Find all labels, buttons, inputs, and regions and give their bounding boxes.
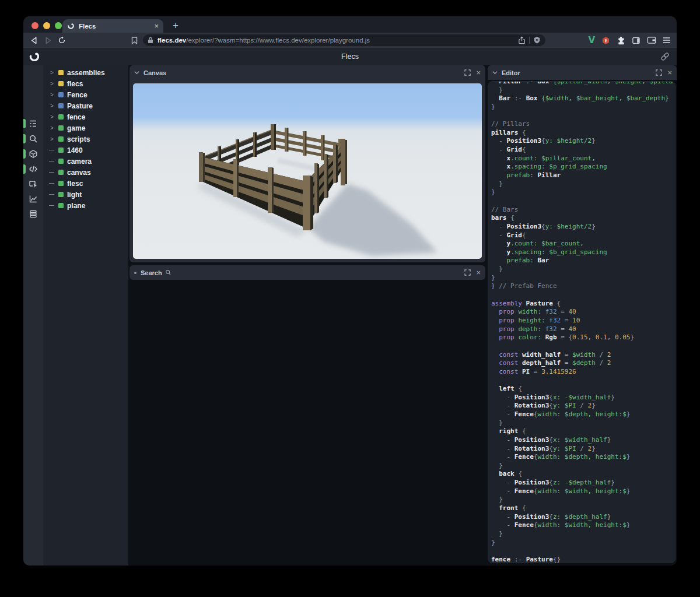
- code-line[interactable]: right {: [491, 427, 675, 436]
- code-line[interactable]: }: [491, 539, 675, 547]
- code-line[interactable]: prop width: f32 = 40: [491, 308, 675, 317]
- tree-item-light[interactable]: light: [43, 189, 128, 200]
- wallet-icon[interactable]: [647, 36, 656, 44]
- expand-arrow-icon[interactable]: >: [49, 136, 55, 142]
- expand-arrow-icon[interactable]: >: [49, 125, 55, 131]
- code-line[interactable]: } // Prefab Fence: [491, 282, 675, 291]
- tree-item-assemblies[interactable]: >assemblies: [43, 67, 128, 78]
- code-line[interactable]: x.count: $pillar_count,: [491, 154, 675, 163]
- search-pane-icon[interactable]: [23, 132, 43, 146]
- chevron-down-icon[interactable]: [492, 71, 498, 75]
- code-line[interactable]: }: [491, 86, 675, 95]
- back-icon[interactable]: [27, 35, 41, 45]
- code-pane-icon[interactable]: [23, 162, 43, 176]
- tree-item-flesc[interactable]: flesc: [43, 178, 128, 189]
- expand-arrow-icon[interactable]: >: [49, 80, 55, 87]
- menu-icon[interactable]: [663, 37, 671, 44]
- expand-arrow-icon[interactable]: >: [49, 92, 55, 98]
- minimize-window-button[interactable]: [43, 22, 50, 29]
- 3d-canvas[interactable]: [133, 83, 482, 259]
- code-line[interactable]: - Fence{width: $depth, height:$}: [491, 453, 675, 462]
- code-line[interactable]: }: [491, 103, 675, 112]
- code-line[interactable]: left {: [491, 385, 675, 394]
- code-line[interactable]: [491, 342, 675, 351]
- bookmark-icon[interactable]: [127, 35, 141, 45]
- code-line[interactable]: - Position3{x: $width_half}: [491, 436, 675, 445]
- code-line[interactable]: [491, 197, 675, 206]
- forward-icon[interactable]: [41, 35, 55, 45]
- code-line[interactable]: prop height: f32 = 10: [491, 317, 675, 325]
- code-line[interactable]: front {: [491, 504, 675, 513]
- tree-item-Fence[interactable]: >Fence: [43, 89, 128, 100]
- code-line[interactable]: y.spacing: $b_grid_spacing: [491, 248, 675, 257]
- code-line[interactable]: - Rotation3{y: $PI / 2}: [491, 402, 675, 410]
- code-line[interactable]: }: [491, 188, 675, 197]
- close-icon[interactable]: ×: [667, 69, 672, 76]
- code-line[interactable]: - Position3{z: $depth_half}: [491, 513, 675, 522]
- code-line[interactable]: const PI = 3.1415926: [491, 368, 675, 377]
- code-line[interactable]: x.spacing: $p_grid_spacing: [491, 163, 675, 171]
- browser-tab[interactable]: Flecs ×: [62, 19, 163, 33]
- code-line[interactable]: }: [491, 496, 675, 504]
- code-line[interactable]: [491, 376, 675, 385]
- code-line[interactable]: const width_half = $width / 2: [491, 351, 675, 360]
- expand-arrow-icon[interactable]: >: [49, 103, 55, 109]
- code-line[interactable]: back {: [491, 470, 675, 479]
- code-line[interactable]: }: [491, 462, 675, 470]
- fullscreen-icon[interactable]: [464, 269, 471, 276]
- url-bar[interactable]: flecs.dev /explorer/?wasm=https://www.fl…: [143, 34, 545, 46]
- code-line[interactable]: Bar :- Box {$width, $bar_height, $bar_de…: [491, 94, 675, 103]
- code-line[interactable]: Pillar :- Box {$pillar_width, $height, $…: [491, 81, 675, 86]
- tree-item-1460[interactable]: 1460: [43, 145, 128, 156]
- sidebar-icon[interactable]: [632, 36, 640, 45]
- code-line[interactable]: prefab: Pillar: [491, 171, 675, 180]
- code-line[interactable]: // Bars: [491, 206, 675, 215]
- code-line[interactable]: }: [491, 180, 675, 189]
- code-editor[interactable]: Pillar :- Box {$pillar_width, $height, $…: [488, 81, 676, 563]
- editor-panel-header[interactable]: Editor ×: [488, 65, 677, 80]
- code-line[interactable]: - Position3{z: -$depth_half}: [491, 479, 675, 487]
- logs-pane-icon[interactable]: [23, 207, 43, 221]
- code-line[interactable]: - Fence{width: $depth, height:$}: [491, 410, 675, 419]
- canvas-panel-header[interactable]: Canvas ×: [130, 65, 485, 80]
- tree-pane-icon[interactable]: [23, 117, 43, 131]
- code-line[interactable]: - Rotation3{y: $PI / 2}: [491, 445, 675, 454]
- code-line[interactable]: }: [491, 265, 675, 274]
- code-line[interactable]: assembly Pasture {: [491, 300, 675, 308]
- code-line[interactable]: - Position3{y: $height/2}: [491, 223, 675, 231]
- adblock-icon[interactable]: [601, 36, 610, 45]
- new-tab-button[interactable]: +: [169, 19, 183, 33]
- tree-item-scripts[interactable]: >scripts: [43, 134, 128, 145]
- tree-item-Pasture[interactable]: >Pasture: [43, 100, 128, 111]
- expand-arrow-icon[interactable]: >: [49, 69, 55, 76]
- code-line[interactable]: prop depth: f32 = 40: [491, 325, 675, 334]
- vue-devtools-icon[interactable]: V: [588, 35, 595, 45]
- share-icon[interactable]: [518, 36, 526, 44]
- code-line[interactable]: // Pillars: [491, 120, 675, 129]
- code-line[interactable]: const depth_half = $depth / 2: [491, 359, 675, 368]
- tree-item-fence[interactable]: >fence: [43, 111, 128, 122]
- code-line[interactable]: prop color: Rgb = {0.15, 0.1, 0.05}: [491, 333, 675, 342]
- reload-icon[interactable]: [55, 35, 69, 45]
- brave-shield-icon[interactable]: [533, 36, 541, 44]
- code-line[interactable]: [491, 112, 675, 121]
- stats-pane-icon[interactable]: [23, 192, 43, 206]
- fullscreen-icon[interactable]: [656, 69, 662, 76]
- code-line[interactable]: [491, 547, 675, 556]
- code-line[interactable]: - Grid{: [491, 146, 675, 154]
- expand-arrow-icon[interactable]: >: [49, 114, 55, 120]
- close-icon[interactable]: ×: [476, 269, 481, 276]
- code-line[interactable]: - Position3{x: -$width_half}: [491, 394, 675, 402]
- chevron-down-icon[interactable]: [134, 71, 139, 75]
- maximize-window-button[interactable]: [55, 22, 62, 29]
- entities-pane-icon[interactable]: [23, 147, 43, 161]
- tree-item-camera[interactable]: camera: [43, 156, 128, 167]
- tree-item-flecs[interactable]: >flecs: [43, 78, 128, 89]
- code-line[interactable]: }: [491, 274, 675, 283]
- close-icon[interactable]: ×: [476, 69, 481, 76]
- inspector-pane-icon[interactable]: [23, 177, 43, 191]
- code-line[interactable]: }: [491, 419, 675, 428]
- search-panel-header[interactable]: Search ×: [130, 265, 485, 280]
- tree-item-game[interactable]: >game: [43, 122, 128, 134]
- code-line[interactable]: pillars {: [491, 129, 675, 138]
